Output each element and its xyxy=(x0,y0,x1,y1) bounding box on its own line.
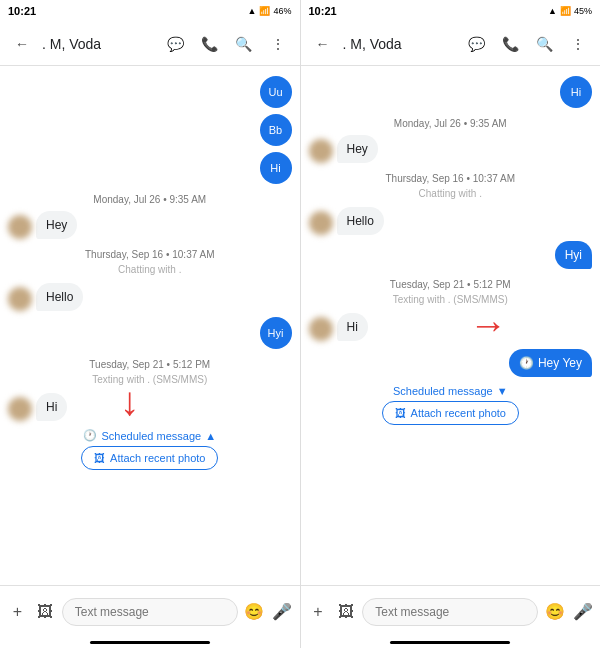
bubble-hey-left: Hey xyxy=(36,211,77,239)
bubble-hyi-left: Hyi xyxy=(260,317,292,349)
phone-button-right[interactable]: 📞 xyxy=(496,30,524,58)
more-button-right[interactable]: ⋮ xyxy=(564,30,592,58)
gallery-btn-left[interactable]: 🖼 xyxy=(34,599,57,625)
plus-btn-right[interactable]: + xyxy=(307,599,330,625)
plus-btn-left[interactable]: + xyxy=(6,599,29,625)
status-icons-right: ▲ 📶 45% xyxy=(548,6,592,16)
msg-row: Hyi xyxy=(309,241,593,269)
scheduled-label-left[interactable]: 🕐 Scheduled message ▲ xyxy=(83,429,216,442)
sub-sep-left: Chatting with . xyxy=(8,264,292,275)
messages-area-right: Hi Monday, Jul 26 • 9:35 AM Hey Thursday… xyxy=(301,66,601,585)
scheduled-text-right: Scheduled message xyxy=(393,385,493,397)
attach-icon-left: 🖼 xyxy=(94,452,105,464)
bubble-hyi-right: Hyi xyxy=(555,241,592,269)
status-bar-left: 10:21 ▲ 📶 46% xyxy=(0,0,300,22)
input-bar-left: + 🖼 😊 🎤 xyxy=(0,585,300,637)
wifi-icon-left: 📶 xyxy=(259,6,270,16)
emoji-btn-right[interactable]: 😊 xyxy=(543,599,566,625)
msg-row: Hi xyxy=(8,393,292,421)
msg-row: Hey xyxy=(309,135,593,163)
signal-icon-left: ▲ xyxy=(248,6,257,16)
battery-left: 46% xyxy=(273,6,291,16)
wifi-icon-right: 📶 xyxy=(560,6,571,16)
battery-right: 45% xyxy=(574,6,592,16)
bubble-hi-circle-left: Hi xyxy=(260,152,292,184)
text-input-right[interactable] xyxy=(362,598,538,626)
avatar-left2 xyxy=(8,287,32,311)
date-sep-1-right: Monday, Jul 26 • 9:35 AM xyxy=(309,118,593,129)
date-sep-3-right: Tuesday, Sep 21 • 5:12 PM xyxy=(309,279,593,290)
app-bar-right: ← . M, Voda 💬 📞 🔍 ⋮ xyxy=(301,22,601,66)
home-indicator-left xyxy=(90,641,210,644)
avatar-right2 xyxy=(309,211,333,235)
date-sep-3-left: Tuesday, Sep 21 • 5:12 PM xyxy=(8,359,292,370)
msg-row: Hyi xyxy=(8,317,292,349)
back-button-left[interactable]: ← xyxy=(8,30,36,58)
avatar-left3 xyxy=(8,397,32,421)
scheduled-text-left: Scheduled message xyxy=(101,430,201,442)
avatar-right3 xyxy=(309,317,333,341)
bubble-hi-circle-right: Hi xyxy=(560,76,592,108)
app-bar-left: ← . M, Voda 💬 📞 🔍 ⋮ xyxy=(0,22,300,66)
attach-photo-btn-right[interactable]: 🖼 Attach recent photo xyxy=(382,401,519,425)
bubble-uu: Uu xyxy=(260,76,292,108)
more-button-left[interactable]: ⋮ xyxy=(264,30,292,58)
date-sep-1-left: Monday, Jul 26 • 9:35 AM xyxy=(8,194,292,205)
sub-sep-2-right: Texting with . (SMS/MMS) xyxy=(309,294,593,305)
msg-row: Hello xyxy=(309,207,593,235)
mic-btn-right[interactable]: 🎤 xyxy=(571,599,594,625)
avatar-left xyxy=(8,215,32,239)
status-bar-right: 10:21 ▲ 📶 45% xyxy=(301,0,601,22)
clock-icon-left: 🕐 xyxy=(83,429,97,442)
arrow-icon-left: ▲ xyxy=(205,430,216,442)
bubble-hello-left: Hello xyxy=(36,283,83,311)
bubble-hey-right: Hey xyxy=(337,135,378,163)
search-button-left[interactable]: 🔍 xyxy=(230,30,258,58)
sub-sep-2-left: Texting with . (SMS/MMS) xyxy=(8,374,292,385)
msg-row: Hey xyxy=(8,211,292,239)
back-button-right[interactable]: ← xyxy=(309,30,337,58)
message-icon-left[interactable]: 💬 xyxy=(162,30,190,58)
search-button-right[interactable]: 🔍 xyxy=(530,30,558,58)
sub-sep-right: Chatting with . xyxy=(309,188,593,199)
attach-text-left: Attach recent photo xyxy=(110,452,205,464)
phone-button-left[interactable]: 📞 xyxy=(196,30,224,58)
signal-icon-right: ▲ xyxy=(548,6,557,16)
home-indicator-right xyxy=(390,641,510,644)
bubble-bb: Bb xyxy=(260,114,292,146)
message-icon-right[interactable]: 💬 xyxy=(462,30,490,58)
date-sep-2-right: Thursday, Sep 16 • 10:37 AM xyxy=(309,173,593,184)
arrow-icon-right: ▼ xyxy=(497,385,508,397)
emoji-btn-left[interactable]: 😊 xyxy=(243,599,266,625)
avatar-right1 xyxy=(309,139,333,163)
msg-row: Uu xyxy=(8,76,292,108)
msg-row: Hi xyxy=(309,313,593,341)
msg-row: Bb xyxy=(8,114,292,146)
attach-text-right: Attach recent photo xyxy=(411,407,506,419)
date-sep-2-left: Thursday, Sep 16 • 10:37 AM xyxy=(8,249,292,260)
msg-row: Hi xyxy=(309,76,593,108)
clock-icon-bubble-right: 🕐 xyxy=(519,356,534,370)
attach-icon-right: 🖼 xyxy=(395,407,406,419)
app-bar-title-right: . M, Voda xyxy=(343,36,457,52)
bubble-hello-right: Hello xyxy=(337,207,384,235)
text-input-left[interactable] xyxy=(62,598,238,626)
bubble-hi-left: Hi xyxy=(36,393,67,421)
left-panel: 10:21 ▲ 📶 46% ← . M, Voda 💬 📞 🔍 ⋮ Uu Bb xyxy=(0,0,301,648)
right-panel: 10:21 ▲ 📶 45% ← . M, Voda 💬 📞 🔍 ⋮ Hi Mon… xyxy=(301,0,601,648)
app-bar-title-left: . M, Voda xyxy=(42,36,156,52)
msg-row: Hello xyxy=(8,283,292,311)
status-icons-left: ▲ 📶 46% xyxy=(248,6,292,16)
attach-photo-btn-left[interactable]: 🖼 Attach recent photo xyxy=(81,446,218,470)
messages-area-left: Uu Bb Hi Monday, Jul 26 • 9:35 AM Hey Th… xyxy=(0,66,300,585)
bubble-hi-right: Hi xyxy=(337,313,368,341)
scheduled-label-right[interactable]: Scheduled message ▼ xyxy=(393,385,508,397)
status-time-right: 10:21 xyxy=(309,5,337,17)
input-bar-right: + 🖼 😊 🎤 xyxy=(301,585,601,637)
msg-row: Hi xyxy=(8,152,292,184)
bubble-hey-yey-right: Hey Yey xyxy=(538,356,582,370)
mic-btn-left[interactable]: 🎤 xyxy=(271,599,294,625)
gallery-btn-right[interactable]: 🖼 xyxy=(334,599,357,625)
status-time-left: 10:21 xyxy=(8,5,36,17)
